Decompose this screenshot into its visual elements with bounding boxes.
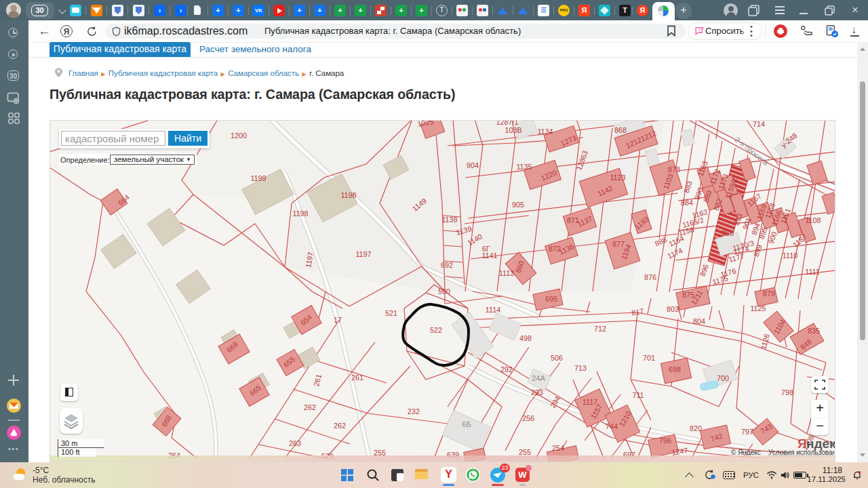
svg-text:798: 798 [781,388,793,396]
svg-text:1197: 1197 [355,250,371,258]
svg-text:701: 701 [643,354,655,362]
svg-text:803: 803 [667,305,679,313]
svg-text:1200: 1200 [231,131,247,140]
svg-text:521: 521 [385,309,397,317]
svg-text:© Яндекс: © Яндекс [731,449,761,456]
svg-text:877: 877 [612,240,625,248]
svg-text:1198: 1198 [292,209,308,218]
svg-text:1125: 1125 [750,304,766,312]
svg-text:698: 698 [669,365,681,373]
svg-text:804: 804 [693,317,705,325]
svg-text:692: 692 [441,261,453,269]
svg-text:905: 905 [512,201,524,209]
svg-text:796: 796 [659,436,671,445]
svg-text:713: 713 [574,364,587,372]
svg-text:904: 904 [467,161,479,169]
svg-text:714: 714 [753,120,765,128]
svg-text:700: 700 [717,374,729,382]
svg-text:868: 868 [614,126,627,134]
svg-text:1123: 1123 [610,174,625,182]
svg-text:506: 506 [551,354,563,362]
svg-text:254: 254 [552,444,564,452]
svg-text:6Г: 6Г [482,245,490,253]
svg-text:712: 712 [594,325,606,333]
svg-text:1287/1: 1287/1 [496,120,518,126]
svg-text:293: 293 [531,388,543,396]
svg-text:261: 261 [351,373,363,382]
svg-text:884: 884 [681,199,693,207]
svg-text:695: 695 [545,295,557,303]
svg-text:Условия использования: Условия использования [768,449,835,456]
svg-text:232: 232 [408,407,420,415]
svg-text:1111: 1111 [805,268,820,276]
svg-text:711: 711 [632,391,644,399]
svg-text:498: 498 [519,334,532,342]
svg-text:1138: 1138 [441,216,457,224]
svg-text:744: 744 [606,422,618,430]
svg-text:1135: 1135 [516,163,532,171]
svg-text:1198: 1198 [340,191,356,199]
svg-text:1114: 1114 [486,306,500,314]
svg-text:500: 500 [438,287,450,296]
svg-text:103В: 103В [505,126,521,134]
svg-text:1134: 1134 [537,127,553,136]
svg-text:17: 17 [334,316,342,324]
svg-text:835: 835 [808,327,820,335]
svg-text:256: 256 [522,414,534,422]
svg-text:292: 292 [500,365,513,373]
svg-text:262: 262 [304,403,316,411]
svg-text:263: 263 [289,439,301,447]
svg-text:262: 262 [334,422,346,430]
svg-text:1113: 1113 [499,269,514,277]
svg-text:1199: 1199 [250,174,266,182]
svg-text:878: 878 [668,165,680,174]
svg-text:876: 876 [644,273,656,281]
svg-text:6Б: 6Б [462,420,471,428]
svg-text:820: 820 [690,424,702,432]
svg-text:1110: 1110 [783,251,797,260]
svg-text:24А: 24А [532,374,545,382]
svg-text:856: 856 [722,229,734,237]
svg-text:797: 797 [741,428,753,436]
svg-text:1108: 1108 [805,216,821,224]
svg-text:879: 879 [763,289,775,298]
svg-text:522: 522 [430,326,442,334]
svg-text:255: 255 [519,448,531,456]
